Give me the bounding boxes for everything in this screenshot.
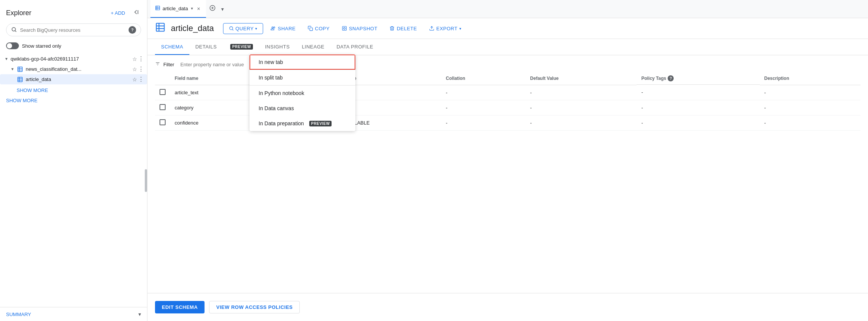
tab-preview-badge: PREVIEW [230, 44, 253, 50]
edit-schema-button[interactable]: EDIT SCHEMA [155, 301, 205, 313]
project-arrow-icon: ▼ [5, 57, 9, 61]
table-more-icon[interactable]: ⋮ [138, 76, 144, 83]
row1-checkbox[interactable] [160, 89, 166, 95]
copy-label: COPY [315, 26, 330, 31]
dataset-label: news_classification_dat... [26, 66, 131, 72]
dropdown-item-python[interactable]: In Python notebook [250, 86, 355, 101]
sidebar-header-actions: + ADD [108, 7, 141, 19]
tree-item-table[interactable]: article_data ☆ ⋮ [0, 74, 147, 84]
row2-policy: - [637, 100, 760, 115]
row3-desc: - [760, 115, 861, 130]
split-tab-label: In split tab [259, 75, 283, 81]
svg-point-1 [12, 27, 16, 31]
row3-collation: - [441, 115, 525, 130]
svg-line-23 [232, 30, 233, 31]
row2-collation: - [441, 100, 525, 115]
svg-rect-7 [18, 77, 22, 82]
delete-label: DELETE [397, 26, 417, 31]
query-dropdown-menu: In new tab In split tab In Python notebo… [250, 55, 355, 131]
policy-tags-help[interactable]: ? [668, 75, 674, 81]
project-label: qwiklabs-gcp-04-afc026911117 [11, 56, 131, 62]
sidebar-title: Explorer [6, 9, 31, 17]
row1-policy: - [637, 85, 760, 100]
tab-details[interactable]: DETAILS [189, 39, 223, 55]
export-button[interactable]: EXPORT ▾ [425, 23, 466, 34]
bottom-actions: EDIT SCHEMA VIEW ROW ACCESS POLICIES [147, 293, 868, 321]
view-row-access-button[interactable]: VIEW ROW ACCESS POLICIES [209, 301, 300, 313]
dataset-more-icon[interactable]: ⋮ [138, 65, 144, 73]
content-tabs: SCHEMA DETAILS PREVIEW INSIGHTS LINEAGE … [147, 39, 868, 55]
svg-rect-3 [18, 67, 22, 72]
new-tab-button[interactable] [206, 3, 219, 15]
toolbar: article_data QUERY ▾ SHARE COPY [147, 18, 868, 39]
share-button[interactable]: SHARE [266, 23, 300, 34]
dataset-arrow-icon: ▼ [11, 67, 15, 71]
tab-data-profile[interactable]: DATA PROFILE [330, 39, 379, 55]
table-label: article_data [26, 76, 131, 82]
tree-item-project[interactable]: ▼ qwiklabs-gcp-04-afc026911117 ☆ ⋮ [0, 54, 147, 64]
copy-button[interactable]: COPY [303, 23, 334, 34]
snapshot-label: SNAPSHOT [349, 26, 378, 31]
row2-checkbox[interactable] [160, 104, 166, 110]
resource-tree: ▼ qwiklabs-gcp-04-afc026911117 ☆ ⋮ ▼ new… [0, 54, 147, 307]
project-more-icon[interactable]: ⋮ [138, 55, 144, 62]
snapshot-button[interactable]: SNAPSHOT [337, 23, 382, 34]
tab-schema[interactable]: SCHEMA [155, 39, 189, 55]
collapse-sidebar-button[interactable] [130, 7, 141, 19]
tab-label: article_data [163, 6, 188, 11]
show-starred-toggle[interactable] [6, 42, 19, 49]
show-starred-row: Show starred only [0, 41, 147, 54]
tab-lineage[interactable]: LINEAGE [296, 39, 330, 55]
svg-rect-18 [157, 23, 164, 31]
tab-table-icon [155, 5, 160, 12]
query-label: QUERY [236, 26, 254, 31]
query-dropdown-arrow: ▾ [255, 26, 257, 31]
search-bar: ? [6, 23, 141, 36]
page-title: article_data [171, 23, 214, 33]
delete-button[interactable]: DELETE [385, 23, 422, 34]
help-button[interactable]: ? [129, 26, 136, 34]
dataset-star-icon[interactable]: ☆ [132, 66, 137, 72]
export-label: EXPORT [436, 26, 457, 31]
sidebar-footer: SUMMARY ▾ [0, 307, 147, 321]
col-default-value: Default Value [525, 72, 637, 85]
show-more-button-2[interactable]: SHOW MORE [0, 96, 43, 105]
search-input[interactable] [20, 27, 129, 33]
tab-close-button[interactable]: × [195, 5, 202, 12]
active-tab[interactable]: article_data ▾ × [150, 0, 206, 18]
sidebar-header: Explorer + ADD [0, 0, 147, 23]
row1-collation: - [441, 85, 525, 100]
row3-checkbox[interactable] [160, 119, 166, 125]
python-label: In Python notebook [259, 90, 304, 96]
svg-rect-25 [343, 26, 347, 31]
tab-bar-dropdown-button[interactable]: ▾ [219, 5, 226, 14]
tab-preview[interactable]: PREVIEW [223, 39, 259, 55]
tab-dropdown-arrow[interactable]: ▾ [191, 6, 193, 11]
col-collation: Collation [441, 72, 525, 85]
row1-default: - [525, 85, 637, 100]
svg-rect-11 [156, 6, 160, 10]
tree-item-dataset[interactable]: ▼ news_classification_dat... ☆ ⋮ [0, 64, 147, 74]
filter-label: Filter [163, 62, 174, 67]
table-star-icon[interactable]: ☆ [132, 76, 137, 83]
data-canvas-label: In Data canvas [259, 105, 294, 111]
sidebar-scrollbar[interactable] [145, 169, 147, 192]
dataset-icon [17, 66, 23, 73]
dropdown-item-data-prep[interactable]: In Data preparation PREVIEW [250, 116, 355, 131]
add-button[interactable]: + ADD [108, 9, 127, 17]
svg-line-2 [15, 31, 16, 32]
dropdown-item-data-canvas[interactable]: In Data canvas [250, 101, 355, 116]
summary-chevron-icon: ▾ [138, 311, 141, 317]
col-policy-tags: Policy Tags ? [637, 72, 760, 85]
project-star-icon[interactable]: ☆ [132, 56, 137, 62]
dropdown-item-new-tab[interactable]: In new tab [250, 55, 355, 70]
query-button[interactable]: QUERY ▾ [223, 23, 263, 34]
dropdown-item-split-tab[interactable]: In split tab [250, 70, 355, 85]
row3-policy: - [637, 115, 760, 130]
export-dropdown-arrow: ▾ [459, 26, 462, 31]
show-more-button-1[interactable]: SHOW MORE [0, 86, 54, 95]
main-content: article_data ▾ × ▾ article_data [147, 0, 868, 321]
summary-button[interactable]: SUMMARY [6, 312, 31, 317]
sidebar: Explorer + ADD ? Show starred only [0, 0, 147, 321]
tab-insights[interactable]: INSIGHTS [259, 39, 296, 55]
